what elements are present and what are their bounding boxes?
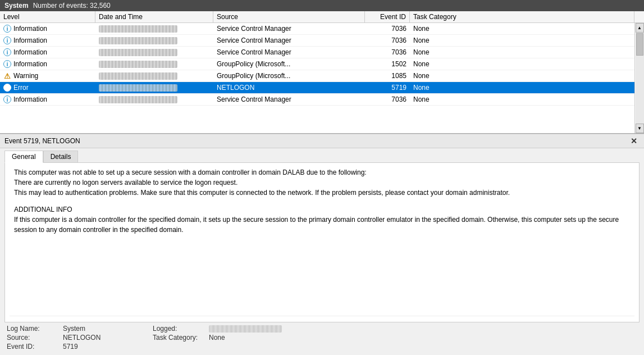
scroll-thumb[interactable] [636,33,643,56]
log-name-label: Log Name: [7,325,63,333]
eventid-cell: 1085 [365,71,410,80]
col-header-eventid[interactable]: Event ID [365,11,410,22]
table-row[interactable]: !Error NETLOGON 5719 None [0,82,644,94]
datetime-cell [95,71,213,80]
source-cell: Service Control Manager [213,95,365,104]
detail-title: Event 5719, NETLOGON [4,137,80,145]
tab-details[interactable]: Details [43,151,79,162]
message-box: This computer was not able to set up a s… [10,163,634,316]
level-label: Error [13,84,29,92]
eventid-cell: 1502 [365,60,410,69]
detail-panel: Event 5719, NETLOGON ✕ General Details T… [0,134,644,354]
table-row[interactable]: iInformation GroupPolicy (Microsoft... 1… [0,58,644,70]
eventid-value: 5719 [63,343,153,351]
source-cell: Service Control Manager [213,36,365,45]
col-header-source[interactable]: Source [213,11,365,22]
datetime-cell [95,83,213,92]
detail-header: Event 5719, NETLOGON ✕ [0,134,644,148]
col-header-datetime[interactable]: Date and Time [95,11,213,22]
info-icon: i [3,48,11,56]
level-label: Information [13,48,47,56]
log-name-value: System [63,325,153,333]
table-row[interactable]: iInformation Service Control Manager 703… [0,23,644,35]
taskcategory-cell: None [410,60,644,69]
scroll-track[interactable] [636,33,644,124]
eventid-cell: 7036 [365,24,410,33]
table-row[interactable]: ⚠Warning GroupPolicy (Microsoft... 1085 … [0,70,644,82]
eventid-cell: 7036 [365,48,410,57]
detail-footer: Log Name: System Logged: Source: NETLOGO… [0,322,644,354]
title-bar: System Number of events: 32,560 [0,0,644,11]
error-icon: ! [3,84,11,92]
taskcategory-cell: None [410,95,644,104]
datetime-cell [95,36,213,45]
source-label: Source: [7,334,63,342]
warning-icon: ⚠ [3,72,11,80]
table-row[interactable]: iInformation Service Control Manager 703… [0,94,644,106]
taskcategory-value: None [209,334,637,342]
tab-general[interactable]: General [4,151,43,163]
col-header-taskcategory[interactable]: Task Category [410,11,634,22]
datetime-cell [95,48,213,57]
logged-value [209,325,637,333]
source-cell: NETLOGON [213,83,365,92]
logged-label: Logged: [153,325,209,333]
level-label: Information [13,95,47,103]
table-row[interactable]: iInformation Service Control Manager 703… [0,35,644,47]
info-icon: i [3,37,11,44]
close-button[interactable]: ✕ [628,136,640,145]
taskcategory-label: Task Category: [153,334,209,342]
table-row[interactable]: iInformation Service Control Manager 703… [0,47,644,58]
level-label: Information [13,25,47,33]
message-line3: This may lead to authentication problems… [14,188,630,198]
taskcategory-cell: None [410,36,644,45]
event-table-area: Level Date and Time Source Event ID Task… [0,11,644,134]
table-body: iInformation Service Control Manager 703… [0,23,644,133]
level-label: Information [13,60,47,68]
datetime-cell [95,95,213,104]
source-cell: Service Control Manager [213,24,365,33]
additional-info-section: ADDITIONAL INFO If this computer is a do… [14,204,630,235]
taskcategory-cell: None [410,24,644,33]
message-line1: This computer was not able to set up a s… [14,167,630,178]
additional-line1: If this computer is a domain controller … [14,215,630,235]
source-value: NETLOGON [63,334,153,342]
info-icon: i [3,60,11,68]
source-cell: GroupPolicy (Microsoft... [213,60,365,69]
eventid-cell: 7036 [365,95,410,104]
info-icon: i [3,95,11,103]
scroll-down-button[interactable]: ▼ [636,124,644,133]
title-app: System [4,2,29,10]
additional-header: ADDITIONAL INFO [14,204,630,215]
taskcategory-cell: None [410,83,644,92]
scroll-up-button[interactable]: ▲ [636,23,644,33]
tabs-bar: General Details [0,148,644,162]
taskcategory-cell: None [410,48,644,57]
eventid-label: Event ID: [7,343,63,351]
level-label: Information [13,37,47,44]
title-events-count: Number of events: 32,560 [33,2,111,10]
info-icon: i [3,25,11,33]
source-cell: Service Control Manager [213,48,365,57]
datetime-cell [95,24,213,33]
taskcategory-cell: None [410,71,644,80]
level-label: Warning [13,72,38,80]
detail-content: This computer was not able to set up a s… [4,162,640,322]
eventid-cell: 5719 [365,83,410,92]
table-scrollbar[interactable]: ▲ ▼ [634,23,644,133]
datetime-cell [95,60,213,69]
col-header-level[interactable]: Level [0,11,95,22]
table-header: Level Date and Time Source Event ID Task… [0,11,644,23]
eventid-cell: 7036 [365,36,410,45]
message-line2: There are currently no logon servers ava… [14,178,630,188]
source-cell: GroupPolicy (Microsoft... [213,71,365,80]
